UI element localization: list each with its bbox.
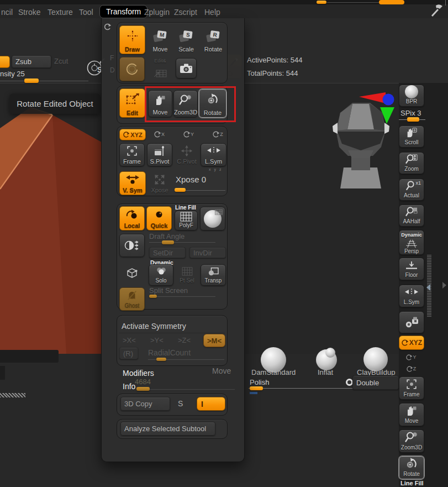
rotate-y-sidebar-button[interactable]: Y — [403, 352, 419, 363]
sym-y-button[interactable]: >Y< — [150, 336, 164, 344]
edit-grid-icon — [149, 65, 172, 81]
zadd-partial-button[interactable] — [0, 56, 10, 68]
divider-arrow-icon[interactable] — [426, 284, 430, 291]
rotate-y-button[interactable]: Y — [182, 128, 195, 140]
lasso-button[interactable] — [119, 57, 145, 81]
see-through-camera-button[interactable] — [399, 311, 424, 333]
rotate-arc-icon — [405, 354, 413, 361]
sym-m-button[interactable]: >M< — [203, 334, 225, 347]
solo-button[interactable]: Solo — [149, 264, 173, 286]
aahalf-button[interactable]: AAHalf — [399, 205, 424, 227]
intensity-slider-handle[interactable] — [24, 78, 39, 83]
xpose-slider-handle[interactable] — [175, 188, 186, 192]
spivot-button[interactable]: S.Pivot — [147, 143, 172, 166]
zoom-button[interactable]: Zoom — [399, 152, 424, 174]
box-view-button[interactable] — [119, 261, 145, 285]
menu-stroke[interactable]: Stroke — [18, 8, 40, 17]
activate-symmetry-label[interactable]: Activate Symmetry — [122, 322, 186, 331]
copy3d-button[interactable]: 3D Copy — [120, 397, 170, 411]
scale-gyro-button[interactable]: S Scale — [174, 27, 198, 54]
sphere-grid-button[interactable] — [200, 207, 225, 231]
move-sidebar-button[interactable]: Move — [399, 403, 424, 426]
bottom-left-grip[interactable] — [0, 393, 25, 397]
camera-icon — [176, 59, 196, 78]
zbrush-app: ncil Stroke Texture Tool Transform Zplug… — [0, 0, 448, 487]
invdir-button[interactable]: InvDir — [189, 247, 226, 258]
menu-zplugin[interactable]: Zplugin — [144, 8, 170, 17]
brush-inflat-bump — [325, 348, 335, 358]
lsym-sidebar-button[interactable]: L.Sym — [399, 285, 424, 307]
spix-slider-handle[interactable] — [407, 117, 419, 122]
zoom-magnifier-icon — [399, 153, 424, 166]
frame-button[interactable]: Frame — [119, 143, 145, 166]
menu-zscript[interactable]: Zscript — [174, 8, 197, 17]
xpose-button[interactable]: Xpose — [147, 171, 172, 195]
brush-inflat-label: Inflat — [318, 368, 333, 376]
split-screen-handle[interactable] — [149, 295, 157, 298]
edit-button[interactable]: Edit — [119, 88, 145, 118]
rotate-x-button[interactable]: X — [152, 128, 166, 140]
menu-texture[interactable]: Texture — [48, 8, 73, 17]
view-symmetry-icon — [120, 172, 145, 187]
ghost-button[interactable]: Ghost — [119, 287, 145, 311]
panel-collapse-arrow-icon[interactable] — [442, 282, 446, 289]
ghost-icon — [120, 288, 144, 302]
rotate-gyro-button[interactable]: R Rotate — [200, 27, 226, 54]
polyf-button[interactable]: PolyF — [175, 211, 198, 231]
top-slider-handle[interactable] — [317, 1, 326, 4]
menu-tool[interactable]: Tool — [79, 8, 93, 17]
transp-button[interactable]: Transp — [201, 264, 226, 286]
info-section-label[interactable]: Info — [123, 382, 135, 391]
transparency-icon — [201, 265, 225, 277]
rotate-arc-icon — [212, 130, 220, 138]
zsub-button[interactable]: Zsub — [12, 55, 51, 68]
xyz-button[interactable]: XYZ — [119, 129, 146, 140]
draft-angle-handle[interactable] — [162, 240, 174, 244]
zcut-label[interactable]: Zcut — [54, 57, 68, 65]
scroll-button[interactable]: Scroll — [399, 125, 424, 148]
vsym-button[interactable]: V. Sym — [119, 171, 146, 195]
camera-button[interactable] — [176, 58, 197, 78]
floor-button[interactable]: Floor — [399, 258, 424, 280]
frame-icon — [399, 377, 424, 391]
xyz-mini-label: x y z — [209, 167, 222, 171]
modifiers-section-label[interactable]: Modifiers — [123, 369, 154, 378]
restore-default-icon[interactable] — [103, 23, 112, 31]
persp-button[interactable]: Dynamic Persp — [399, 230, 424, 255]
local-button[interactable]: Local — [119, 206, 145, 231]
radial-count-handle[interactable] — [156, 358, 166, 361]
move-gyro-button[interactable]: M Move — [148, 27, 172, 54]
cpivot-button[interactable]: C.Pivot — [175, 143, 199, 166]
sym-r-button[interactable]: (R) — [119, 347, 138, 359]
top-orange-pill[interactable] — [379, 0, 404, 4]
rotate-z-sidebar-button[interactable]: Z — [403, 363, 419, 374]
rotate-z-button[interactable]: Z — [211, 128, 224, 140]
red-cube-model[interactable] — [0, 83, 110, 354]
lsym-button[interactable]: L.Sym — [201, 143, 226, 166]
draft-contrast-button[interactable] — [119, 234, 145, 257]
polish-slider-handle[interactable] — [250, 386, 263, 390]
actual-button[interactable]: x1 Actual — [399, 179, 424, 201]
double-button[interactable]: Double — [352, 375, 399, 390]
menu-pencil[interactable]: ncil — [1, 8, 13, 17]
analyze-subtool-button[interactable]: Analyze Selected Subtool — [120, 422, 215, 436]
menu-help[interactable]: Help — [204, 8, 220, 17]
rotate-sidebar-button[interactable]: Rotate — [399, 456, 424, 479]
sym-z-button[interactable]: >Z< — [178, 336, 191, 344]
setdir-button[interactable]: SetDir — [149, 247, 186, 258]
draft-angle-track — [149, 242, 215, 243]
draw-button[interactable]: Draw — [119, 25, 145, 54]
frame-sidebar-button[interactable]: Frame — [399, 376, 424, 400]
zoom3d-sidebar-button[interactable]: Zoom3D — [399, 430, 424, 453]
edit-gizmo-button[interactable]: Edit& — [148, 57, 172, 81]
bottom-left-square — [0, 366, 5, 380]
move-badge-icon: M — [149, 27, 172, 46]
copy3d-i-button[interactable]: I — [197, 397, 225, 411]
ptsel-button[interactable]: Pt Sel — [175, 264, 199, 286]
bpr-button[interactable]: BPR — [399, 85, 424, 107]
axis-gizmo[interactable] — [358, 92, 397, 126]
quick-button[interactable]: Quick — [146, 206, 172, 231]
xyz-sidebar-button[interactable]: XYZ — [399, 336, 424, 350]
menu-transform[interactable]: Transform — [99, 5, 147, 18]
sym-x-button[interactable]: >X< — [123, 336, 136, 344]
